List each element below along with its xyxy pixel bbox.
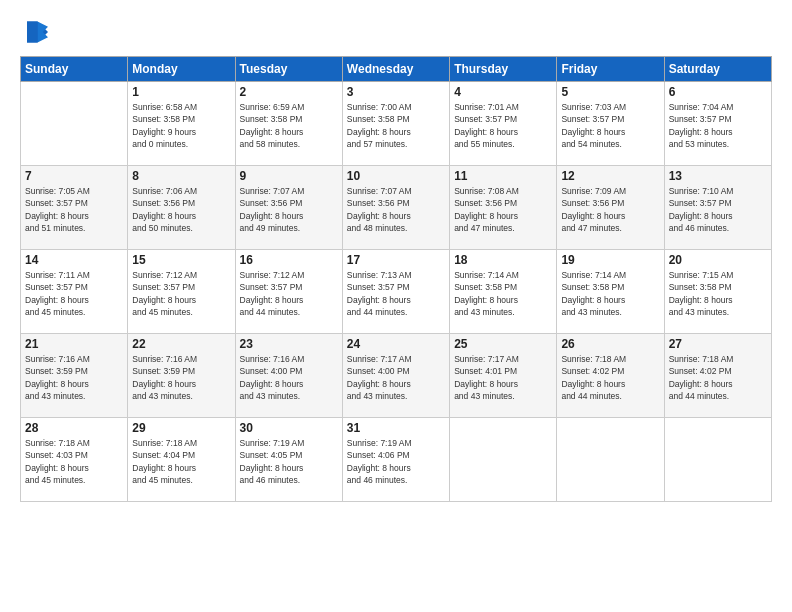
day-info: Sunrise: 7:10 AM Sunset: 3:57 PM Dayligh…	[669, 185, 767, 234]
weekday-header: Tuesday	[235, 57, 342, 82]
calendar-cell: 10Sunrise: 7:07 AM Sunset: 3:56 PM Dayli…	[342, 166, 449, 250]
calendar-cell	[664, 418, 771, 502]
calendar-table: SundayMondayTuesdayWednesdayThursdayFrid…	[20, 56, 772, 502]
day-info: Sunrise: 7:16 AM Sunset: 3:59 PM Dayligh…	[25, 353, 123, 402]
calendar-cell: 18Sunrise: 7:14 AM Sunset: 3:58 PM Dayli…	[450, 250, 557, 334]
calendar-cell	[450, 418, 557, 502]
day-info: Sunrise: 7:11 AM Sunset: 3:57 PM Dayligh…	[25, 269, 123, 318]
calendar-cell: 20Sunrise: 7:15 AM Sunset: 3:58 PM Dayli…	[664, 250, 771, 334]
day-number: 12	[561, 169, 659, 183]
day-number: 8	[132, 169, 230, 183]
calendar-cell: 16Sunrise: 7:12 AM Sunset: 3:57 PM Dayli…	[235, 250, 342, 334]
calendar-week-row: 28Sunrise: 7:18 AM Sunset: 4:03 PM Dayli…	[21, 418, 772, 502]
day-number: 16	[240, 253, 338, 267]
calendar-cell: 26Sunrise: 7:18 AM Sunset: 4:02 PM Dayli…	[557, 334, 664, 418]
weekday-header: Saturday	[664, 57, 771, 82]
day-number: 30	[240, 421, 338, 435]
day-info: Sunrise: 7:07 AM Sunset: 3:56 PM Dayligh…	[240, 185, 338, 234]
calendar-cell: 31Sunrise: 7:19 AM Sunset: 4:06 PM Dayli…	[342, 418, 449, 502]
day-number: 17	[347, 253, 445, 267]
calendar-cell: 4Sunrise: 7:01 AM Sunset: 3:57 PM Daylig…	[450, 82, 557, 166]
page: SundayMondayTuesdayWednesdayThursdayFrid…	[0, 0, 792, 612]
day-number: 25	[454, 337, 552, 351]
calendar-cell: 23Sunrise: 7:16 AM Sunset: 4:00 PM Dayli…	[235, 334, 342, 418]
calendar-cell	[557, 418, 664, 502]
calendar-cell: 21Sunrise: 7:16 AM Sunset: 3:59 PM Dayli…	[21, 334, 128, 418]
calendar-cell: 19Sunrise: 7:14 AM Sunset: 3:58 PM Dayli…	[557, 250, 664, 334]
day-info: Sunrise: 7:19 AM Sunset: 4:06 PM Dayligh…	[347, 437, 445, 486]
day-info: Sunrise: 7:14 AM Sunset: 3:58 PM Dayligh…	[454, 269, 552, 318]
day-info: Sunrise: 7:01 AM Sunset: 3:57 PM Dayligh…	[454, 101, 552, 150]
day-number: 20	[669, 253, 767, 267]
calendar-cell: 11Sunrise: 7:08 AM Sunset: 3:56 PM Dayli…	[450, 166, 557, 250]
calendar-cell: 22Sunrise: 7:16 AM Sunset: 3:59 PM Dayli…	[128, 334, 235, 418]
day-info: Sunrise: 7:18 AM Sunset: 4:02 PM Dayligh…	[669, 353, 767, 402]
calendar-cell: 7Sunrise: 7:05 AM Sunset: 3:57 PM Daylig…	[21, 166, 128, 250]
day-number: 6	[669, 85, 767, 99]
calendar-week-row: 1Sunrise: 6:58 AM Sunset: 3:58 PM Daylig…	[21, 82, 772, 166]
calendar-cell: 24Sunrise: 7:17 AM Sunset: 4:00 PM Dayli…	[342, 334, 449, 418]
weekday-header: Wednesday	[342, 57, 449, 82]
day-number: 10	[347, 169, 445, 183]
day-info: Sunrise: 7:09 AM Sunset: 3:56 PM Dayligh…	[561, 185, 659, 234]
calendar-cell: 12Sunrise: 7:09 AM Sunset: 3:56 PM Dayli…	[557, 166, 664, 250]
day-info: Sunrise: 7:06 AM Sunset: 3:56 PM Dayligh…	[132, 185, 230, 234]
day-number: 15	[132, 253, 230, 267]
day-info: Sunrise: 7:17 AM Sunset: 4:00 PM Dayligh…	[347, 353, 445, 402]
day-info: Sunrise: 7:05 AM Sunset: 3:57 PM Dayligh…	[25, 185, 123, 234]
day-info: Sunrise: 7:07 AM Sunset: 3:56 PM Dayligh…	[347, 185, 445, 234]
calendar-cell: 5Sunrise: 7:03 AM Sunset: 3:57 PM Daylig…	[557, 82, 664, 166]
calendar-cell: 25Sunrise: 7:17 AM Sunset: 4:01 PM Dayli…	[450, 334, 557, 418]
day-number: 9	[240, 169, 338, 183]
calendar-cell: 27Sunrise: 7:18 AM Sunset: 4:02 PM Dayli…	[664, 334, 771, 418]
calendar-cell: 3Sunrise: 7:00 AM Sunset: 3:58 PM Daylig…	[342, 82, 449, 166]
day-number: 22	[132, 337, 230, 351]
day-number: 3	[347, 85, 445, 99]
day-info: Sunrise: 7:17 AM Sunset: 4:01 PM Dayligh…	[454, 353, 552, 402]
svg-marker-2	[27, 22, 38, 43]
day-number: 1	[132, 85, 230, 99]
day-number: 24	[347, 337, 445, 351]
day-info: Sunrise: 7:12 AM Sunset: 3:57 PM Dayligh…	[132, 269, 230, 318]
header	[20, 18, 772, 46]
calendar-cell: 29Sunrise: 7:18 AM Sunset: 4:04 PM Dayli…	[128, 418, 235, 502]
calendar-cell: 28Sunrise: 7:18 AM Sunset: 4:03 PM Dayli…	[21, 418, 128, 502]
day-info: Sunrise: 7:04 AM Sunset: 3:57 PM Dayligh…	[669, 101, 767, 150]
day-number: 26	[561, 337, 659, 351]
day-info: Sunrise: 7:15 AM Sunset: 3:58 PM Dayligh…	[669, 269, 767, 318]
day-info: Sunrise: 7:03 AM Sunset: 3:57 PM Dayligh…	[561, 101, 659, 150]
weekday-header: Friday	[557, 57, 664, 82]
day-number: 19	[561, 253, 659, 267]
calendar-cell: 2Sunrise: 6:59 AM Sunset: 3:58 PM Daylig…	[235, 82, 342, 166]
day-info: Sunrise: 7:13 AM Sunset: 3:57 PM Dayligh…	[347, 269, 445, 318]
calendar-cell	[21, 82, 128, 166]
calendar-cell: 17Sunrise: 7:13 AM Sunset: 3:57 PM Dayli…	[342, 250, 449, 334]
weekday-header: Monday	[128, 57, 235, 82]
day-number: 28	[25, 421, 123, 435]
calendar-cell: 30Sunrise: 7:19 AM Sunset: 4:05 PM Dayli…	[235, 418, 342, 502]
day-info: Sunrise: 7:18 AM Sunset: 4:03 PM Dayligh…	[25, 437, 123, 486]
calendar-cell: 15Sunrise: 7:12 AM Sunset: 3:57 PM Dayli…	[128, 250, 235, 334]
calendar-cell: 13Sunrise: 7:10 AM Sunset: 3:57 PM Dayli…	[664, 166, 771, 250]
logo-icon	[20, 18, 48, 46]
day-info: Sunrise: 7:14 AM Sunset: 3:58 PM Dayligh…	[561, 269, 659, 318]
day-info: Sunrise: 7:12 AM Sunset: 3:57 PM Dayligh…	[240, 269, 338, 318]
day-info: Sunrise: 7:18 AM Sunset: 4:04 PM Dayligh…	[132, 437, 230, 486]
day-number: 21	[25, 337, 123, 351]
weekday-header: Thursday	[450, 57, 557, 82]
day-number: 11	[454, 169, 552, 183]
day-info: Sunrise: 7:18 AM Sunset: 4:02 PM Dayligh…	[561, 353, 659, 402]
day-number: 2	[240, 85, 338, 99]
calendar-week-row: 7Sunrise: 7:05 AM Sunset: 3:57 PM Daylig…	[21, 166, 772, 250]
calendar-cell: 1Sunrise: 6:58 AM Sunset: 3:58 PM Daylig…	[128, 82, 235, 166]
day-info: Sunrise: 7:00 AM Sunset: 3:58 PM Dayligh…	[347, 101, 445, 150]
day-number: 29	[132, 421, 230, 435]
calendar-cell: 6Sunrise: 7:04 AM Sunset: 3:57 PM Daylig…	[664, 82, 771, 166]
day-info: Sunrise: 7:19 AM Sunset: 4:05 PM Dayligh…	[240, 437, 338, 486]
day-number: 14	[25, 253, 123, 267]
day-info: Sunrise: 7:08 AM Sunset: 3:56 PM Dayligh…	[454, 185, 552, 234]
calendar-cell: 8Sunrise: 7:06 AM Sunset: 3:56 PM Daylig…	[128, 166, 235, 250]
day-number: 5	[561, 85, 659, 99]
logo	[20, 18, 52, 46]
day-info: Sunrise: 6:59 AM Sunset: 3:58 PM Dayligh…	[240, 101, 338, 150]
